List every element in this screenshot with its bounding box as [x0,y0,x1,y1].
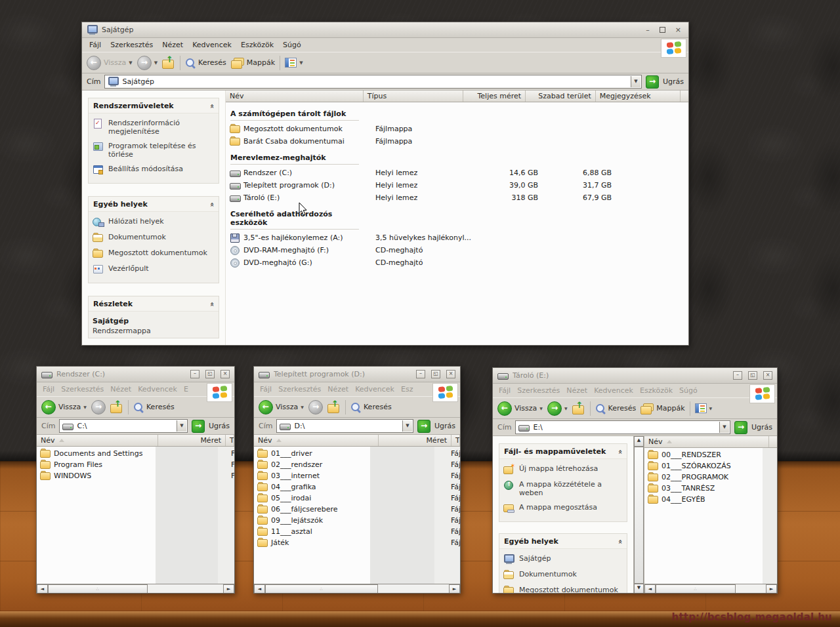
scroll-left-icon[interactable]: ◄ [37,584,48,594]
collapse-chevron-icon[interactable]: « [616,449,624,453]
go-button[interactable]: → [192,420,205,433]
place-link[interactable]: Vezérlőpult [93,264,215,274]
column-name[interactable]: Név [254,435,379,446]
search-button[interactable]: Keresés [595,403,637,414]
menu-item[interactable]: Szerkesztés [106,39,158,51]
minimize-button[interactable]: – [416,370,425,378]
folders-button[interactable]: Mappák [231,58,275,68]
file-row[interactable]: 03___internet Fájlma [254,470,460,481]
collapse-chevron-icon[interactable]: « [616,539,624,543]
file-row[interactable]: 03___TANRÉSZ [644,483,777,494]
address-input[interactable]: C:\ ▼ [59,419,188,433]
restore-button[interactable]: ◱ [431,370,440,378]
go-button[interactable]: → [417,420,430,433]
device-row[interactable]: 3,5"-es hajlékonylemez (A:) 3,5 hüvelyke… [226,232,688,244]
forward-button[interactable]: → ▼ [137,56,158,70]
close-button[interactable]: × [673,26,684,35]
file-row[interactable]: 06___fáljcserebere Fájlma [254,504,460,515]
forward-button[interactable]: → [308,400,323,415]
menu-item[interactable]: Kedvencek [135,384,180,395]
menu-item[interactable]: Nézet [324,384,352,395]
titlebar[interactable]: Telepített programok (D:) – ◱ × [254,367,460,382]
minimize-button[interactable]: – [643,26,652,35]
close-button[interactable]: × [220,370,230,378]
file-row[interactable]: 04___EGYÉB [644,494,777,505]
titlebar[interactable]: Tároló (E:) – ◱ × [493,368,777,384]
file-row[interactable]: 00___RENDSZER [644,449,777,460]
place-link[interactable]: Hálózati helyek [93,217,215,227]
file-row[interactable]: Documents and Settings Fájl [37,448,234,459]
scroll-left-icon[interactable]: ◄ [644,584,656,594]
search-button[interactable]: Keresés [350,402,392,413]
views-dropdown-icon[interactable]: ▼ [709,406,713,411]
menu-item[interactable]: Fájl [257,384,275,395]
file-row[interactable]: 02___rendszer Fájlma [254,459,460,470]
file-row[interactable]: 05___irodai Fájlma [254,493,460,504]
device-row[interactable]: DVD-meghajtó (G:) CD-meghajtó [226,256,688,269]
go-button[interactable]: → [646,75,659,89]
address-input[interactable]: D:\ ▼ [276,419,413,433]
address-dropdown-icon[interactable]: ▼ [177,420,186,432]
file-row[interactable]: 09___lejátszók Fájlma [254,515,460,526]
menu-item[interactable]: Súgó [676,385,701,396]
back-button[interactable]: ← Vissza ▼ [87,56,133,70]
restore-button[interactable]: ◱ [748,371,757,380]
column-comments[interactable]: Megjegyzések [596,91,681,102]
file-row[interactable]: Barát Csaba dokumentumai Fájlmappa [226,135,688,148]
scroll-left-icon[interactable]: ◄ [254,584,265,594]
menu-item[interactable]: Szerkesztés [514,385,563,396]
folders-button[interactable]: Mappák [640,403,684,414]
forward-dropdown-icon[interactable]: ▼ [154,60,158,66]
menu-item[interactable]: Szerkesztés [58,384,107,395]
menu-item[interactable]: Szerkesztés [275,384,324,395]
restore-button[interactable] [660,27,665,33]
file-row[interactable]: WINDOWS Fájl [37,470,234,481]
column-free-space[interactable]: Szabad terület [526,91,596,102]
close-button[interactable]: × [446,370,455,378]
horizontal-scrollbar[interactable]: ◄ ∴ ► [644,584,777,594]
back-button[interactable]: ← Vissza ▼ [41,400,87,415]
minimize-button[interactable]: – [733,371,742,380]
back-dropdown-icon[interactable]: ▼ [301,405,304,409]
forward-button[interactable]: → [91,400,106,415]
views-button[interactable]: ▼ [695,403,713,413]
menu-item[interactable]: Kedvencek [352,384,398,395]
drive-row[interactable]: Tároló (E:) Helyi lemez 318 GB 67,9 GB [226,192,688,204]
scrollbar-thumb[interactable]: ∴ [48,584,148,594]
menu-item[interactable]: Nézet [107,384,135,395]
restore-button[interactable]: ◱ [205,370,215,378]
place-link[interactable]: Sajátgép [503,554,623,564]
column-name[interactable]: Név [226,91,364,102]
address-input[interactable]: E:\ ▼ [515,420,730,434]
address-dropdown-icon[interactable]: ▼ [631,76,640,87]
place-link[interactable]: Megosztott dokumentumok [503,586,623,594]
menu-item[interactable]: Eszközök [637,385,676,396]
menu-item[interactable]: Fájl [85,39,106,51]
views-button[interactable]: ▼ [285,58,303,68]
panel-header[interactable]: Részletek « [89,296,219,312]
task-link[interactable]: Beállítás módosítása [93,165,215,174]
file-row[interactable]: 02___PROGRAMOK [644,472,777,483]
forward-dropdown-icon[interactable]: ▼ [564,406,568,411]
scroll-down-icon[interactable]: ▼ [634,584,644,594]
task-link[interactable]: Rendszerinformáció megjelenítése [93,119,215,136]
column-size[interactable]: Méret [379,435,452,446]
up-button[interactable] [572,403,585,414]
column-name[interactable]: Név [644,436,769,447]
collapse-chevron-icon[interactable]: « [207,104,216,108]
address-dropdown-icon[interactable]: ▼ [719,422,729,433]
device-row[interactable]: DVD-RAM-meghajtó (F:) CD-meghajtó [226,244,688,256]
forward-button[interactable]: → ▼ [547,401,568,416]
column-total-size[interactable]: Teljes méret [463,91,526,102]
scroll-right-icon[interactable]: ► [223,584,234,594]
up-button[interactable] [327,401,341,413]
scrollbar-thumb[interactable]: ∴ [265,584,378,594]
menu-item[interactable]: Nézet [563,385,591,396]
back-dropdown-icon[interactable]: ▼ [539,406,543,411]
menu-item[interactable]: Fájl [39,384,58,395]
menu-item[interactable]: E [180,384,192,395]
collapse-chevron-icon[interactable]: « [207,302,216,306]
menu-item[interactable]: Súgó [278,39,306,51]
scroll-right-icon[interactable]: ► [449,584,460,594]
scrollbar-thumb[interactable]: ∴ [656,584,736,594]
